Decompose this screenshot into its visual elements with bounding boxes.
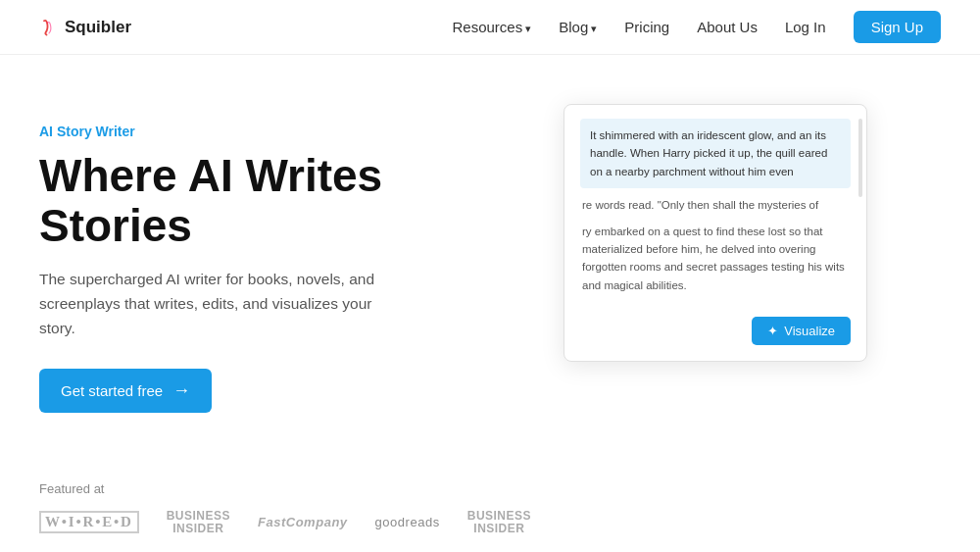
wired-logo: W•I•R•E•D — [39, 511, 139, 533]
hero-title: Where AI Writes Stories — [39, 151, 490, 250]
featured-label: Featured at — [39, 481, 941, 496]
hero-tag: AI Story Writer — [39, 124, 490, 139]
hero-right: It shimmered with an iridescent glow, an… — [490, 104, 941, 362]
hero-section: AI Story Writer Where AI Writes Stories … — [0, 55, 980, 452]
logo[interactable]: Squibler — [39, 18, 131, 37]
nav-about[interactable]: About Us — [697, 19, 758, 35]
editor-scrollbar — [858, 119, 862, 197]
nav-pricing[interactable]: Pricing — [624, 19, 669, 35]
goodreads-logo: goodreads — [375, 515, 440, 529]
editor-mockup: It shimmered with an iridescent glow, an… — [564, 104, 867, 362]
nav-links: Resources Blog Pricing About Us Log In S… — [452, 11, 941, 43]
nav-resources[interactable]: Resources — [452, 19, 531, 35]
featured-logos: W•I•R•E•D BUSINESSINSIDER FastCompany go… — [39, 510, 941, 535]
hero-left: AI Story Writer Where AI Writes Stories … — [39, 114, 490, 413]
hero-cta-button[interactable]: Get started free → — [39, 369, 212, 413]
visualize-button[interactable]: ✦ Visualize — [752, 317, 851, 345]
featured-section: Featured at W•I•R•E•D BUSINESSINSIDER Fa… — [0, 452, 980, 545]
login-link[interactable]: Log In — [785, 19, 826, 35]
logo-text: Squibler — [65, 18, 131, 37]
editor-text-highlighted: It shimmered with an iridescent glow, an… — [580, 119, 851, 188]
hero-cta-label: Get started free — [61, 382, 163, 399]
hero-subtitle: The supercharged AI writer for books, no… — [39, 268, 412, 340]
logo-icon — [39, 18, 59, 37]
sparkle-icon: ✦ — [767, 324, 778, 338]
business-insider-logo-2: BUSINESSINSIDER — [467, 510, 531, 535]
visualize-label: Visualize — [784, 324, 835, 338]
nav-blog[interactable]: Blog — [559, 19, 597, 35]
navbar: Squibler Resources Blog Pricing About Us… — [0, 0, 980, 55]
arrow-icon: → — [172, 380, 190, 401]
signup-button[interactable]: Sign Up — [854, 11, 941, 43]
fast-company-logo: FastCompany — [258, 515, 348, 529]
editor-text-plain-2: ry embarked on a quest to find these los… — [580, 223, 851, 295]
editor-text-plain-1: re words read. "Only then shall the myst… — [580, 196, 851, 214]
business-insider-logo-1: BUSINESSINSIDER — [167, 510, 230, 535]
